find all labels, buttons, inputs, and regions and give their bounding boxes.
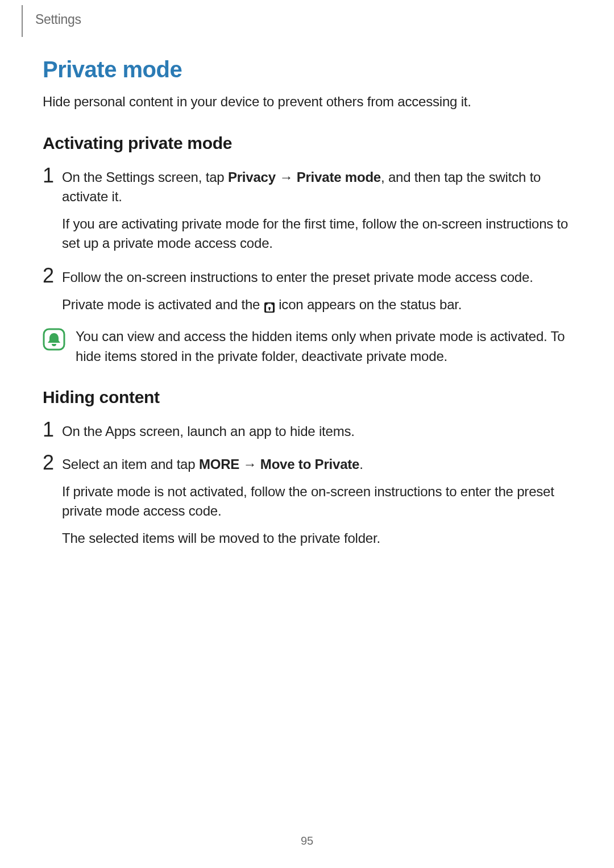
header: Settings (22, 0, 81, 39)
text: Select an item and tap (62, 456, 199, 472)
page-title: Private mode (43, 57, 571, 82)
step-body: Follow the on-screen instructions to ent… (62, 268, 571, 314)
step-row: 2 Select an item and tap MORE → Move to … (43, 455, 571, 548)
arrow-icon: → (239, 456, 260, 472)
breadcrumb: Settings (35, 12, 81, 27)
bold-text: Move to Private (260, 456, 359, 472)
bold-text: Privacy (228, 169, 276, 185)
page-number: 95 (0, 834, 614, 848)
header-divider (22, 5, 23, 37)
intro-text: Hide personal content in your device to … (43, 94, 571, 110)
note-row: You can view and access the hidden items… (43, 327, 571, 366)
step-body: Select an item and tap MORE → Move to Pr… (62, 455, 571, 548)
section-heading-hiding: Hiding content (43, 388, 571, 407)
text: Private mode is activated and the (62, 297, 264, 312)
step-body: On the Apps screen, launch an app to hid… (62, 422, 571, 441)
step-row: 2 Follow the on-screen instructions to e… (43, 268, 571, 314)
text: The selected items will be moved to the … (62, 529, 571, 548)
text: If you are activating private mode for t… (62, 214, 571, 253)
step-body: On the Settings screen, tap Privacy → Pr… (62, 168, 571, 253)
svg-rect-2 (267, 304, 271, 306)
text: . (359, 456, 363, 472)
text: Follow the on-screen instructions to ent… (62, 268, 571, 287)
bold-text: MORE (199, 456, 239, 472)
text: On the Settings screen, tap (62, 169, 228, 185)
note-bell-icon (43, 328, 65, 351)
section-heading-activating: Activating private mode (43, 134, 571, 153)
text: If private mode is not activated, follow… (62, 482, 571, 521)
step-row: 1 On the Apps screen, launch an app to h… (43, 422, 571, 441)
step-number: 1 (43, 165, 62, 186)
step-number: 1 (43, 420, 62, 440)
step-number: 2 (43, 452, 62, 473)
step-row: 1 On the Settings screen, tap Privacy → … (43, 168, 571, 253)
text: icon appears on the status bar. (275, 297, 462, 312)
step-number: 2 (43, 265, 62, 286)
bold-text: Private mode (297, 169, 381, 185)
private-mode-status-icon (264, 299, 275, 310)
arrow-icon: → (276, 169, 297, 185)
page-content: Private mode Hide personal content in yo… (43, 57, 571, 554)
text: On the Apps screen, launch an app to hid… (62, 422, 571, 441)
svg-rect-4 (269, 308, 270, 310)
note-text: You can view and access the hidden items… (76, 327, 571, 366)
